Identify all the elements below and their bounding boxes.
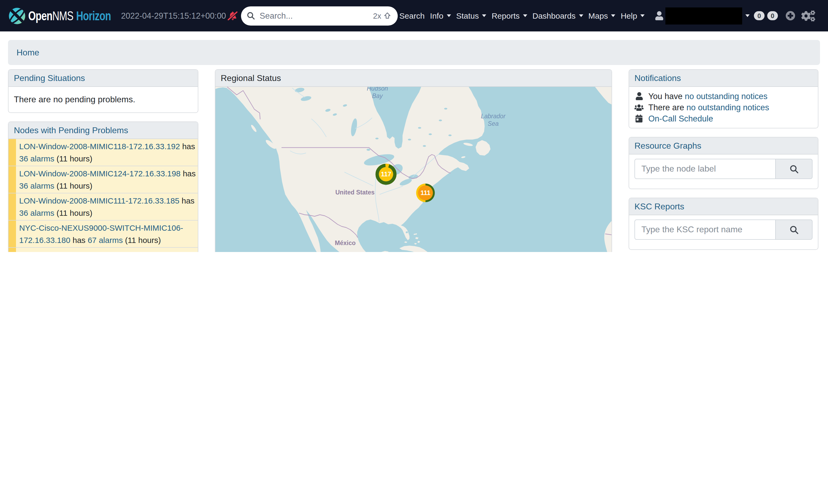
notice-count-badge-1[interactable]: 0 (767, 11, 778, 20)
user-icon (655, 11, 664, 20)
resource-graphs-title[interactable]: Resource Graphs (634, 141, 701, 150)
pending-situations-card: Pending Situations There are no pending … (8, 69, 198, 113)
notice-count-badge-0[interactable]: 0 (754, 11, 764, 20)
map-label-united-states: United States (335, 189, 375, 195)
bell-slash-icon[interactable] (227, 0, 238, 32)
resource-graphs-input[interactable] (634, 159, 776, 179)
search-shortcut-hint: 2x (373, 11, 391, 20)
all-notices-link[interactable]: no outstanding notices (687, 103, 769, 112)
notifications-title[interactable]: Notifications (634, 74, 681, 83)
oncall-schedule-link[interactable]: On-Call Schedule (648, 114, 713, 123)
search-icon (789, 225, 798, 234)
alarms-link[interactable]: 67 alarms (88, 235, 123, 244)
chevron-down-icon (523, 14, 527, 17)
severity-stripe (8, 248, 16, 252)
severity-stripe (8, 221, 16, 247)
map-marker-117[interactable]: 117 (375, 164, 397, 185)
alarms-link[interactable]: 36 alarms (19, 208, 54, 217)
chevron-down-icon (611, 14, 615, 17)
regional-status-title: Regional Status (215, 70, 612, 87)
search-input[interactable] (260, 11, 373, 20)
breadcrumb: Home (8, 40, 820, 65)
node-problem-item: NYC-Cisco-NEXUS9000-SWITCH-MIMIC106-172.… (8, 220, 198, 247)
ksc-reports-input[interactable] (634, 220, 776, 240)
notif-you-row: You have no outstanding notices (634, 91, 813, 102)
node-problem-item: LON-Juniper-T4000-Core-Router has 88 ala… (8, 247, 198, 252)
node-problem-item: LON-Window-2008-MIMIC118-172.16.33.192 h… (8, 139, 198, 166)
navbar-timestamp: 2022-04-29T15:15:12+00:00 (121, 0, 226, 32)
nav-item-info[interactable]: Info (427, 11, 453, 20)
nav-item-dashboards[interactable]: Dashboards (530, 11, 586, 20)
ksc-reports-card: KSC Reports (629, 198, 818, 250)
notif-oncall-row: On-Call Schedule (634, 113, 813, 124)
node-problem-item: LON-Window-2008-MIMIC111-172.16.33.185 h… (8, 193, 198, 220)
top-navbar: OpenNMSHorizon 2022-04-29T15:15:12+00:00… (0, 0, 828, 32)
user-notices-icon (634, 92, 644, 100)
region-map[interactable]: HudsonBay LabradorSea United States Méxi… (215, 87, 612, 252)
nav-item-maps[interactable]: Maps (586, 11, 618, 20)
resource-graphs-search-button[interactable] (776, 159, 813, 179)
opennms-logo-icon (8, 7, 26, 24)
add-plus-icon[interactable] (785, 11, 795, 21)
gears-settings-icon[interactable] (801, 10, 815, 21)
severity-stripe (8, 166, 16, 193)
notif-all-row: There are no outstanding notices (634, 102, 813, 113)
map-label-labrador-sea: LabradorSea (481, 112, 505, 127)
search-icon (789, 164, 798, 173)
brand[interactable]: OpenNMSHorizon (8, 0, 137, 32)
chevron-down-icon (482, 14, 486, 17)
notice-badges: 00 (754, 0, 778, 32)
basemap-north-america (215, 87, 612, 252)
resource-graphs-card: Resource Graphs (629, 137, 818, 189)
shift-key-icon (383, 12, 391, 20)
pending-situations-title[interactable]: Pending Situations (14, 74, 85, 83)
brand-text: OpenNMSHorizon (28, 8, 111, 23)
redacted-username (665, 7, 742, 24)
alarms-link[interactable]: 88 alarms (154, 250, 189, 252)
node-link[interactable]: LON-Window-2008-MIMIC124-172.16.33.198 (19, 169, 180, 178)
node-link[interactable]: LON-Window-2008-MIMIC118-172.16.33.192 (19, 142, 180, 151)
map-marker-111[interactable]: 111 (414, 182, 437, 204)
node-link[interactable]: LON-Juniper-T4000-Core-Router (19, 250, 136, 252)
nav-item-search[interactable]: Search (397, 11, 427, 20)
chevron-down-icon (640, 14, 645, 17)
nodes-problems-title[interactable]: Nodes with Pending Problems (14, 126, 128, 135)
user-menu[interactable] (655, 0, 750, 32)
chevron-down-icon (579, 14, 583, 17)
ksc-reports-search-button[interactable] (776, 220, 813, 240)
users-group-icon (634, 104, 644, 111)
severity-stripe (8, 139, 16, 166)
notifications-card: Notifications You have no outstanding no… (629, 69, 818, 128)
your-notices-link[interactable]: no outstanding notices (685, 92, 768, 101)
severity-stripe (8, 193, 16, 220)
map-label-mexico: México (335, 240, 356, 246)
alarms-link[interactable]: 36 alarms (19, 181, 54, 190)
alarms-link[interactable]: 36 alarms (19, 154, 54, 163)
user-caret-icon (745, 14, 750, 17)
nav-item-status[interactable]: Status (453, 11, 489, 20)
navbar-menu: SearchInfoStatusReportsDashboardsMapsHel… (397, 0, 647, 32)
node-link[interactable]: LON-Window-2008-MIMIC111-172.16.33.185 (19, 196, 179, 205)
nav-item-help[interactable]: Help (618, 11, 647, 20)
search-icon (247, 12, 255, 20)
breadcrumb-home-link[interactable]: Home (16, 48, 39, 57)
node-problem-item: LON-Window-2008-MIMIC124-172.16.33.198 h… (8, 166, 198, 193)
calendar-icon (634, 114, 644, 123)
navbar-search[interactable]: 2x (241, 6, 398, 25)
nodes-with-pending-problems-card: Nodes with Pending Problems LON-Window-2… (8, 122, 198, 252)
nav-item-reports[interactable]: Reports (489, 11, 530, 20)
ksc-reports-title[interactable]: KSC Reports (634, 202, 684, 211)
regional-status-card: Regional Status (215, 69, 612, 252)
chevron-down-icon (447, 14, 451, 17)
pending-situations-empty: There are no pending problems. (8, 87, 198, 112)
map-label-hudson-bay: HudsonBay (367, 87, 388, 100)
